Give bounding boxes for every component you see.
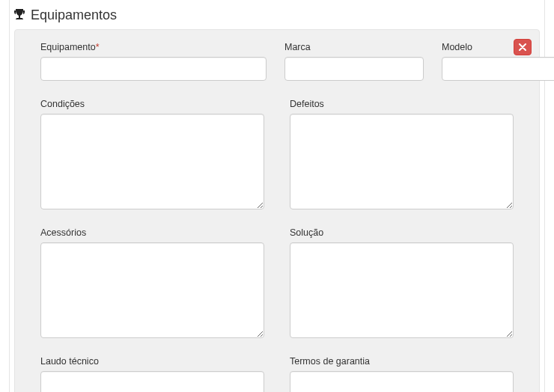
marca-label: Marca	[284, 42, 424, 52]
acessorios-label: Acessórios	[40, 227, 264, 238]
form-panel: Equipamento* Marca Modelo Série	[14, 29, 540, 392]
acessorios-textarea[interactable]	[40, 242, 264, 338]
marca-input[interactable]	[284, 57, 424, 81]
equipamento-label-text: Equipamento	[40, 42, 96, 52]
condicoes-textarea[interactable]	[40, 114, 264, 209]
solucao-label: Solução	[290, 227, 514, 238]
modelo-input[interactable]	[442, 57, 554, 81]
section-title: Equipamentos	[31, 7, 117, 23]
trophy-icon	[14, 9, 25, 22]
defeitos-textarea[interactable]	[290, 114, 514, 209]
required-marker: *	[96, 42, 100, 52]
section-header: Equipamentos	[10, 0, 544, 29]
defeitos-label: Defeitos	[290, 99, 514, 109]
modelo-label: Modelo	[442, 42, 554, 52]
equipamento-label: Equipamento*	[40, 42, 267, 52]
garantia-label: Termos de garantia	[290, 356, 514, 367]
remove-button[interactable]	[514, 39, 532, 55]
laudo-textarea[interactable]	[40, 371, 264, 392]
laudo-label: Laudo técnico	[40, 356, 264, 367]
solucao-textarea[interactable]	[290, 242, 514, 338]
condicoes-label: Condições	[40, 99, 264, 109]
close-icon	[519, 43, 526, 51]
equipamento-input[interactable]	[40, 57, 267, 81]
garantia-textarea[interactable]	[290, 371, 514, 392]
